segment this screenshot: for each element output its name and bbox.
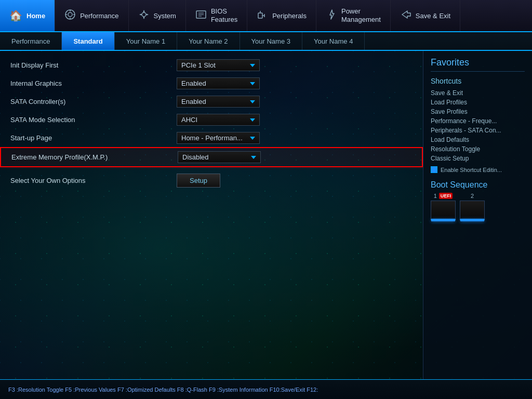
setting-sata-controller-label: SATA Controller(s) <box>10 98 177 105</box>
status-text: F3 :Resolution Toggle F5 :Previous Value… <box>8 387 318 393</box>
boot-num-1: 1 UEFI <box>434 193 453 199</box>
dropdown-arrow-icon <box>250 64 255 67</box>
enable-shortcut-row: Enable Shortcut Editin... <box>431 166 525 173</box>
shortcut-load-defaults[interactable]: Load Defaults <box>431 135 525 144</box>
nav-save-exit-label: Save & Exit <box>416 12 450 20</box>
nav-management-label: Management <box>341 16 381 24</box>
home-icon: 🏠 <box>9 9 22 22</box>
shortcuts-title: Shortcuts <box>431 77 525 85</box>
shortcut-performance-freq[interactable]: Performance - Freque... <box>431 116 525 126</box>
favorites-divider <box>431 71 525 72</box>
nav-power-management[interactable]: Power Management <box>316 0 391 31</box>
drive-icon-2[interactable] <box>460 201 485 220</box>
dropdown-arrow-icon-6 <box>251 156 256 159</box>
nav-bios-features[interactable]: BIOS Features <box>186 0 247 31</box>
power-icon <box>326 9 337 23</box>
svg-rect-11 <box>258 13 262 18</box>
dropdown-arrow-icon-5 <box>250 137 255 140</box>
right-panel: Favorites Shortcuts Save & Exit Load Pro… <box>423 51 532 379</box>
enable-shortcut-label: Enable Shortcut Editin... <box>441 167 502 173</box>
shortcut-save-exit[interactable]: Save & Exit <box>431 88 525 98</box>
nav-home[interactable]: 🏠 Home <box>0 0 55 31</box>
nav-performance-label: Performance <box>80 12 118 20</box>
tab-bar: Performance Standard Your Name 1 Your Na… <box>0 32 532 51</box>
tab-standard[interactable]: Standard <box>62 32 114 50</box>
setting-sata-mode-value[interactable]: AHCI <box>177 114 260 126</box>
setting-startup-page: Start-up Page Home - Performan... <box>0 129 423 147</box>
shortcut-load-profiles[interactable]: Load Profiles <box>431 98 525 107</box>
nav-bios-label: BIOS <box>211 7 237 16</box>
dropdown-arrow-icon-4 <box>250 118 255 122</box>
nav-save-exit[interactable]: Save & Exit <box>391 0 460 31</box>
shortcut-peripherals-sata[interactable]: Peripherals - SATA Con... <box>431 126 525 135</box>
options-row: Select Your Own Options Setup <box>0 167 423 194</box>
setting-internal-graphics: Internal Graphics Enabled <box>0 74 423 92</box>
dropdown-arrow-icon-3 <box>250 100 255 103</box>
nav-system[interactable]: System <box>129 0 186 31</box>
peripherals-icon <box>257 9 268 23</box>
tab-your-name-1[interactable]: Your Name 1 <box>115 32 177 50</box>
boot-devices: 1 UEFI 2 <box>431 193 525 220</box>
enable-shortcut-checkbox[interactable] <box>431 166 437 173</box>
save-exit-icon <box>400 9 411 23</box>
setting-sata-mode-label: SATA Mode Selection <box>10 116 177 124</box>
setting-init-display: Init Display First PCIe 1 Slot <box>0 56 423 74</box>
setting-xmp-value[interactable]: Disabled <box>178 151 261 163</box>
tab-your-name-3[interactable]: Your Name 3 <box>240 32 302 50</box>
options-label: Select Your Own Options <box>10 177 177 184</box>
main-area: Init Display First PCIe 1 Slot Internal … <box>0 51 532 379</box>
nav-peripherals[interactable]: Peripherals <box>247 0 316 31</box>
nav-features-label: Features <box>211 16 237 24</box>
tab-your-name-2[interactable]: Your Name 2 <box>177 32 240 50</box>
system-icon <box>138 9 150 23</box>
setting-sata-mode: SATA Mode Selection AHCI <box>0 111 423 129</box>
setting-init-display-value[interactable]: PCIe 1 Slot <box>177 59 260 71</box>
setting-internal-graphics-label: Internal Graphics <box>10 79 177 87</box>
nav-home-label: Home <box>26 12 45 20</box>
settings-panel: Init Display First PCIe 1 Slot Internal … <box>0 51 423 379</box>
setting-startup-page-label: Start-up Page <box>10 134 177 142</box>
setting-sata-controller: SATA Controller(s) Enabled <box>0 92 423 111</box>
tab-performance[interactable]: Performance <box>0 32 62 50</box>
performance-icon <box>64 9 76 23</box>
setting-internal-graphics-value[interactable]: Enabled <box>177 77 260 89</box>
boot-sequence-title: Boot Sequence <box>431 180 525 190</box>
nav-peripherals-label: Peripherals <box>272 12 307 20</box>
top-navigation: 🏠 Home Performance System BIOS Features … <box>0 0 532 32</box>
setting-startup-page-value[interactable]: Home - Performan... <box>177 132 260 144</box>
dropdown-arrow-icon-2 <box>250 82 255 85</box>
favorites-title: Favorites <box>431 57 525 68</box>
boot-device-2: 2 <box>460 193 485 220</box>
setup-button[interactable]: Setup <box>177 174 220 188</box>
nav-performance[interactable]: Performance <box>55 0 128 31</box>
setting-init-display-label: Init Display First <box>10 61 177 69</box>
tab-your-name-4[interactable]: Your Name 4 <box>302 32 365 50</box>
uefi-badge: UEFI <box>439 193 453 199</box>
setting-sata-controller-value[interactable]: Enabled <box>177 96 260 108</box>
setting-xmp: Extreme Memory Profile(X.M.P.) Disabled <box>0 147 423 167</box>
svg-point-6 <box>142 12 146 17</box>
nav-power-label: Power <box>341 7 381 16</box>
bios-icon <box>195 9 207 23</box>
boot-num-2: 2 <box>471 193 474 199</box>
svg-point-1 <box>68 12 72 17</box>
shortcut-resolution-toggle[interactable]: Resolution Toggle <box>431 144 525 154</box>
shortcut-save-profiles[interactable]: Save Profiles <box>431 107 525 116</box>
shortcut-classic-setup[interactable]: Classic Setup <box>431 154 525 163</box>
svg-marker-15 <box>402 11 410 18</box>
boot-device-1: 1 UEFI <box>431 193 456 220</box>
drive-icon-1[interactable] <box>431 201 456 220</box>
nav-system-label: System <box>154 12 176 20</box>
status-bar: F3 :Resolution Toggle F5 :Previous Value… <box>0 379 532 399</box>
setting-xmp-label: Extreme Memory Profile(X.M.P.) <box>11 153 178 161</box>
